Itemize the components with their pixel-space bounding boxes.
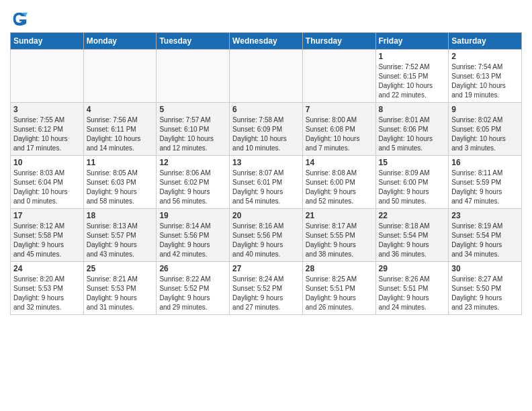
day-info: Sunrise: 8:19 AM Sunset: 5:54 PM Dayligh…	[451, 222, 519, 259]
day-cell: 23Sunrise: 8:19 AM Sunset: 5:54 PM Dayli…	[449, 209, 522, 262]
day-number: 13	[232, 158, 300, 167]
day-cell: 29Sunrise: 8:26 AM Sunset: 5:51 PM Dayli…	[375, 262, 449, 315]
day-info: Sunrise: 8:17 AM Sunset: 5:55 PM Dayligh…	[306, 222, 373, 259]
day-info: Sunrise: 8:07 AM Sunset: 6:01 PM Dayligh…	[232, 169, 300, 206]
day-cell	[230, 50, 303, 103]
day-number: 2	[451, 52, 519, 61]
day-number: 1	[379, 52, 446, 61]
day-cell: 24Sunrise: 8:20 AM Sunset: 5:53 PM Dayli…	[11, 262, 84, 315]
day-number: 26	[159, 264, 226, 273]
day-cell: 10Sunrise: 8:03 AM Sunset: 6:04 PM Dayli…	[11, 156, 84, 209]
day-number: 18	[87, 211, 154, 220]
day-info: Sunrise: 8:03 AM Sunset: 6:04 PM Dayligh…	[13, 169, 81, 206]
day-info: Sunrise: 8:14 AM Sunset: 5:56 PM Dayligh…	[159, 222, 226, 259]
calendar-body: 1Sunrise: 7:52 AM Sunset: 6:15 PM Daylig…	[11, 50, 522, 315]
day-cell: 30Sunrise: 8:27 AM Sunset: 5:50 PM Dayli…	[449, 262, 522, 315]
day-number: 15	[379, 158, 446, 167]
week-row-2: 3Sunrise: 7:55 AM Sunset: 6:12 PM Daylig…	[11, 103, 522, 156]
day-number: 30	[451, 264, 519, 273]
day-cell: 3Sunrise: 7:55 AM Sunset: 6:12 PM Daylig…	[11, 103, 84, 156]
day-cell: 4Sunrise: 7:56 AM Sunset: 6:11 PM Daylig…	[83, 103, 157, 156]
day-number: 7	[306, 105, 373, 114]
header-cell-saturday: Saturday	[449, 33, 522, 50]
day-cell: 21Sunrise: 8:17 AM Sunset: 5:55 PM Dayli…	[302, 209, 375, 262]
day-cell	[11, 50, 84, 103]
day-cell: 28Sunrise: 8:25 AM Sunset: 5:51 PM Dayli…	[302, 262, 375, 315]
day-number: 24	[13, 264, 81, 273]
day-number: 27	[232, 264, 300, 273]
day-number: 10	[13, 158, 81, 167]
day-info: Sunrise: 8:27 AM Sunset: 5:50 PM Dayligh…	[451, 275, 519, 312]
header-cell-sunday: Sunday	[11, 33, 84, 50]
day-number: 16	[451, 158, 519, 167]
day-cell: 11Sunrise: 8:05 AM Sunset: 6:03 PM Dayli…	[83, 156, 157, 209]
day-info: Sunrise: 7:56 AM Sunset: 6:11 PM Dayligh…	[87, 116, 154, 153]
week-row-1: 1Sunrise: 7:52 AM Sunset: 6:15 PM Daylig…	[11, 50, 522, 103]
day-cell	[83, 50, 157, 103]
day-info: Sunrise: 7:58 AM Sunset: 6:09 PM Dayligh…	[232, 116, 300, 153]
day-cell	[302, 50, 375, 103]
day-info: Sunrise: 8:02 AM Sunset: 6:05 PM Dayligh…	[451, 116, 519, 153]
header-row: SundayMondayTuesdayWednesdayThursdayFrid…	[11, 33, 522, 50]
day-cell	[157, 50, 230, 103]
day-info: Sunrise: 8:18 AM Sunset: 5:54 PM Dayligh…	[379, 222, 446, 259]
day-cell: 13Sunrise: 8:07 AM Sunset: 6:01 PM Dayli…	[230, 156, 303, 209]
calendar-table: SundayMondayTuesdayWednesdayThursdayFrid…	[10, 32, 522, 315]
day-info: Sunrise: 8:05 AM Sunset: 6:03 PM Dayligh…	[87, 169, 154, 206]
day-info: Sunrise: 8:22 AM Sunset: 5:52 PM Dayligh…	[159, 275, 226, 312]
day-cell: 22Sunrise: 8:18 AM Sunset: 5:54 PM Dayli…	[375, 209, 449, 262]
header-cell-thursday: Thursday	[302, 33, 375, 50]
day-cell: 20Sunrise: 8:16 AM Sunset: 5:56 PM Dayli…	[230, 209, 303, 262]
day-info: Sunrise: 8:06 AM Sunset: 6:02 PM Dayligh…	[159, 169, 226, 206]
day-number: 6	[232, 105, 300, 114]
day-number: 17	[13, 211, 81, 220]
day-number: 21	[306, 211, 373, 220]
header	[10, 7, 522, 28]
day-info: Sunrise: 8:21 AM Sunset: 5:53 PM Dayligh…	[87, 275, 154, 312]
day-number: 28	[306, 264, 373, 273]
day-info: Sunrise: 8:20 AM Sunset: 5:53 PM Dayligh…	[13, 275, 81, 312]
day-cell: 14Sunrise: 8:08 AM Sunset: 6:00 PM Dayli…	[302, 156, 375, 209]
week-row-5: 24Sunrise: 8:20 AM Sunset: 5:53 PM Dayli…	[11, 262, 522, 315]
day-info: Sunrise: 8:00 AM Sunset: 6:08 PM Dayligh…	[306, 116, 373, 153]
day-cell: 7Sunrise: 8:00 AM Sunset: 6:08 PM Daylig…	[302, 103, 375, 156]
day-number: 9	[451, 105, 519, 114]
day-number: 14	[306, 158, 373, 167]
day-number: 29	[379, 264, 446, 273]
day-info: Sunrise: 8:24 AM Sunset: 5:52 PM Dayligh…	[232, 275, 300, 312]
day-cell: 5Sunrise: 7:57 AM Sunset: 6:10 PM Daylig…	[157, 103, 230, 156]
day-cell: 19Sunrise: 8:14 AM Sunset: 5:56 PM Dayli…	[157, 209, 230, 262]
day-info: Sunrise: 8:11 AM Sunset: 5:59 PM Dayligh…	[451, 169, 519, 206]
day-cell: 26Sunrise: 8:22 AM Sunset: 5:52 PM Dayli…	[157, 262, 230, 315]
day-number: 5	[159, 105, 226, 114]
week-row-4: 17Sunrise: 8:12 AM Sunset: 5:58 PM Dayli…	[11, 209, 522, 262]
day-number: 11	[87, 158, 154, 167]
day-number: 25	[87, 264, 154, 273]
day-cell: 2Sunrise: 7:54 AM Sunset: 6:13 PM Daylig…	[449, 50, 522, 103]
day-cell: 6Sunrise: 7:58 AM Sunset: 6:09 PM Daylig…	[230, 103, 303, 156]
day-number: 3	[13, 105, 81, 114]
day-number: 23	[451, 211, 519, 220]
day-cell: 18Sunrise: 8:13 AM Sunset: 5:57 PM Dayli…	[83, 209, 157, 262]
day-info: Sunrise: 8:13 AM Sunset: 5:57 PM Dayligh…	[87, 222, 154, 259]
day-cell: 15Sunrise: 8:09 AM Sunset: 6:00 PM Dayli…	[375, 156, 449, 209]
day-cell: 27Sunrise: 8:24 AM Sunset: 5:52 PM Dayli…	[230, 262, 303, 315]
day-info: Sunrise: 7:55 AM Sunset: 6:12 PM Dayligh…	[13, 116, 81, 153]
day-number: 22	[379, 211, 446, 220]
day-info: Sunrise: 8:01 AM Sunset: 6:06 PM Dayligh…	[379, 116, 446, 153]
page: SundayMondayTuesdayWednesdayThursdayFrid…	[0, 0, 532, 322]
logo	[10, 9, 30, 28]
day-info: Sunrise: 8:26 AM Sunset: 5:51 PM Dayligh…	[379, 275, 446, 312]
header-cell-wednesday: Wednesday	[230, 33, 303, 50]
day-info: Sunrise: 8:08 AM Sunset: 6:00 PM Dayligh…	[306, 169, 373, 206]
day-info: Sunrise: 8:12 AM Sunset: 5:58 PM Dayligh…	[13, 222, 81, 259]
header-cell-tuesday: Tuesday	[157, 33, 230, 50]
day-number: 12	[159, 158, 226, 167]
day-cell: 25Sunrise: 8:21 AM Sunset: 5:53 PM Dayli…	[83, 262, 157, 315]
calendar-header: SundayMondayTuesdayWednesdayThursdayFrid…	[11, 33, 522, 50]
day-cell: 16Sunrise: 8:11 AM Sunset: 5:59 PM Dayli…	[449, 156, 522, 209]
header-cell-friday: Friday	[375, 33, 449, 50]
day-number: 4	[87, 105, 154, 114]
day-cell: 9Sunrise: 8:02 AM Sunset: 6:05 PM Daylig…	[449, 103, 522, 156]
day-cell: 1Sunrise: 7:52 AM Sunset: 6:15 PM Daylig…	[375, 50, 449, 103]
